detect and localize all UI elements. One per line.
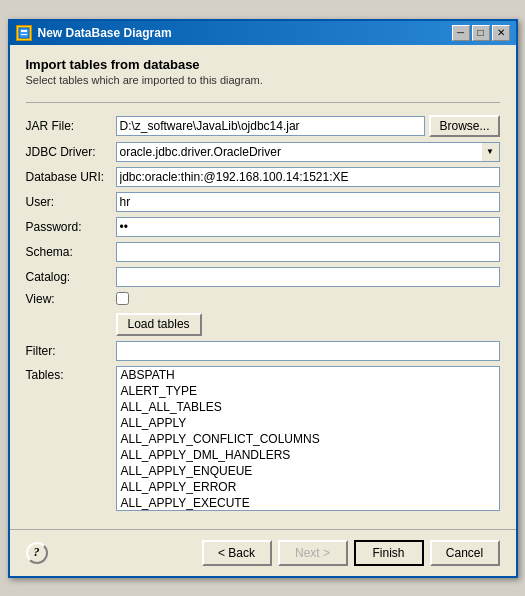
bottom-bar: ? < Back Next > Finish Cancel [10,529,516,576]
jar-file-row: Browse... [116,115,500,137]
jar-file-input[interactable] [116,116,426,136]
table-row[interactable]: ALL_APPLY [117,415,499,431]
bottom-buttons: < Back Next > Finish Cancel [202,540,500,566]
jar-file-label: JAR File: [26,119,116,133]
close-button[interactable]: ✕ [492,25,510,41]
schema-input[interactable] [116,242,500,262]
table-row[interactable]: ALERT_TYPE [117,383,499,399]
section-subtitle: Select tables which are imported to this… [26,74,500,86]
back-button[interactable]: < Back [202,540,272,566]
divider [26,102,500,103]
svg-rect-0 [19,28,29,38]
svg-rect-2 [21,34,27,35]
window-icon [16,25,32,41]
filter-row: Filter: [26,341,500,361]
database-uri-input[interactable] [116,167,500,187]
finish-button[interactable]: Finish [354,540,424,566]
table-row[interactable]: ALL_APPLY_CONFLICT_COLUMNS [117,431,499,447]
title-bar-buttons: ─ □ ✕ [452,25,510,41]
table-row[interactable]: ALL_ALL_TABLES [117,399,499,415]
load-btn-container: Load tables [116,310,500,341]
table-row[interactable]: ALL_APPLY_ERROR [117,479,499,495]
jdbc-driver-wrapper: oracle.jdbc.driver.OracleDriver ▼ [116,142,500,162]
form-grid: JAR File: Browse... JDBC Driver: oracle.… [26,115,500,306]
schema-label: Schema: [26,245,116,259]
bottom-left: ? [26,542,48,564]
restore-button[interactable]: □ [472,25,490,41]
tables-listbox[interactable]: ABSPATHALERT_TYPEALL_ALL_TABLESALL_APPLY… [116,366,500,511]
title-bar: New DataBase Diagram ─ □ ✕ [10,21,516,45]
svg-rect-1 [21,30,27,32]
view-checkbox[interactable] [116,292,129,305]
tables-label: Tables: [26,366,116,382]
section-header: Import tables from database Select table… [26,57,500,94]
table-row[interactable]: ALL_APPLY_EXECUTE [117,495,499,511]
jdbc-driver-select[interactable]: oracle.jdbc.driver.OracleDriver [116,142,500,162]
section-title: Import tables from database [26,57,500,72]
load-tables-row: Load tables [26,310,500,341]
password-input[interactable] [116,217,500,237]
catalog-input[interactable] [116,267,500,287]
cancel-button[interactable]: Cancel [430,540,500,566]
filter-input[interactable] [116,341,500,361]
help-button[interactable]: ? [26,542,48,564]
title-bar-left: New DataBase Diagram [16,25,172,41]
next-button[interactable]: Next > [278,540,348,566]
database-uri-label: Database URI: [26,170,116,184]
minimize-button[interactable]: ─ [452,25,470,41]
jdbc-driver-label: JDBC Driver: [26,145,116,159]
filter-label: Filter: [26,344,116,358]
table-row[interactable]: ABSPATH [117,367,499,383]
tables-section: Tables: ABSPATHALERT_TYPEALL_ALL_TABLESA… [26,366,500,511]
window-content: Import tables from database Select table… [10,45,516,521]
load-tables-button[interactable]: Load tables [116,313,202,336]
table-row[interactable]: ALL_APPLY_DML_HANDLERS [117,447,499,463]
catalog-label: Catalog: [26,270,116,284]
view-label: View: [26,292,116,306]
user-label: User: [26,195,116,209]
window-title: New DataBase Diagram [38,26,172,40]
user-input[interactable] [116,192,500,212]
password-label: Password: [26,220,116,234]
browse-button[interactable]: Browse... [429,115,499,137]
table-row[interactable]: ALL_APPLY_ENQUEUE [117,463,499,479]
main-window: New DataBase Diagram ─ □ ✕ Import tables… [8,19,518,578]
